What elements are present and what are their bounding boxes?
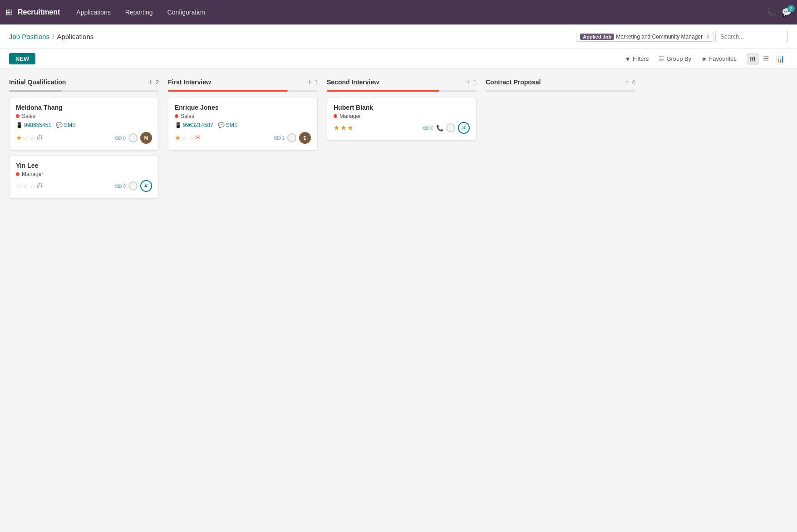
kanban-view-btn[interactable]: ⊞ <box>747 53 759 65</box>
clock-icon: ⏱ <box>36 134 43 142</box>
status-circle <box>128 181 138 190</box>
kanban-card-initial-qualification-0[interactable]: Meldona ThangSales📱998655451💬SMS★☆☆⏱🔗0M <box>9 97 159 151</box>
sub-header: Job Positions / Applications Applied Job… <box>0 24 797 49</box>
breadcrumb-current: Applications <box>57 33 93 40</box>
card-department: Sales <box>16 113 152 119</box>
star-empty: ☆ <box>23 182 29 190</box>
link-count[interactable]: 🔗0 <box>423 125 433 131</box>
progress-bar-contract-proposal <box>486 90 635 92</box>
nav-icons: 📞 💬 2 <box>766 7 792 17</box>
breadcrumb-parent[interactable]: Job Positions <box>9 33 49 40</box>
breadcrumb-sep: / <box>52 33 54 40</box>
nav-reporting[interactable]: Reporting <box>120 6 158 19</box>
column-add-initial-qualification[interactable]: + <box>148 78 153 86</box>
chat-badge: 2 <box>787 5 795 12</box>
kanban-card-second-interview-0[interactable]: Hubert BlankManager★★★🔗0📞JF <box>327 97 477 141</box>
column-add-second-interview[interactable]: + <box>466 78 471 86</box>
toolbar-actions: ▼ Filters ☰ Group By ★ Favourites <box>620 54 741 64</box>
brand-label: Recruitment <box>18 8 60 16</box>
view-icons: ⊞ ☰ 📊 <box>747 53 788 65</box>
card-footer: ★☆☆✉🔗1E <box>175 132 311 144</box>
card-stars[interactable]: ★☆☆✉ <box>175 134 201 142</box>
card-name: Hubert Blank <box>334 104 470 111</box>
filter-tag-close[interactable]: × <box>706 34 709 40</box>
star-filled: ★ <box>175 134 181 142</box>
phone-item[interactable]: 📱998655451 <box>16 122 51 128</box>
favourites-label: Favourites <box>709 55 737 62</box>
dept-name: Manager <box>22 171 43 177</box>
apps-icon[interactable]: ⊞ <box>5 7 12 17</box>
card-stars[interactable]: ★☆☆⏱ <box>16 134 43 142</box>
phone-nav-icon[interactable]: 📞 <box>766 7 776 17</box>
top-nav: ⊞ Recruitment Applications Reporting Con… <box>0 0 797 24</box>
filters-action[interactable]: ▼ Filters <box>620 54 653 64</box>
column-count-contract-proposal: 0 <box>632 79 635 86</box>
link-count[interactable]: 🔗1 <box>274 135 285 141</box>
kanban-card-first-interview-0[interactable]: Enrique JonesSales📱9963214587💬SMS★☆☆✉🔗1E <box>168 97 318 151</box>
link-count[interactable]: 🔗0 <box>115 183 126 189</box>
column-count-second-interview: 1 <box>473 79 477 86</box>
card-department: Sales <box>175 113 311 119</box>
dept-dot <box>16 114 20 118</box>
column-add-contract-proposal[interactable]: + <box>625 78 630 86</box>
list-view-btn[interactable]: ☰ <box>760 53 772 65</box>
sms-label: SMS <box>226 122 238 128</box>
kanban-column-first-interview: First Interview+1Enrique JonesSales📱9963… <box>168 78 318 155</box>
phone-icon: 📱 <box>16 122 23 128</box>
star-empty: ☆ <box>188 134 194 142</box>
kanban-column-initial-qualification: Initial Qualification+2Meldona ThangSale… <box>9 78 159 203</box>
kanban-card-initial-qualification-1[interactable]: Yin LeeManager☆☆☆⏱🔗0JF <box>9 155 159 199</box>
sms-item[interactable]: 💬SMS <box>56 122 76 128</box>
card-stars[interactable]: ☆☆☆⏱ <box>16 182 43 190</box>
filter-tag-label: Applied Job <box>580 34 614 40</box>
dept-dot <box>16 172 20 176</box>
status-circle <box>128 133 138 142</box>
column-count-first-interview: 1 <box>315 79 318 86</box>
link-count[interactable]: 🔗0 <box>115 135 126 141</box>
kanban-board: Initial Qualification+2Meldona ThangSale… <box>0 69 797 532</box>
sms-item[interactable]: 💬SMS <box>218 122 238 128</box>
email-icon[interactable]: ✉ <box>195 134 201 142</box>
nav-applications[interactable]: Applications <box>71 6 116 19</box>
chart-view-btn[interactable]: 📊 <box>773 53 788 65</box>
chat-nav-icon[interactable]: 💬 2 <box>782 7 792 17</box>
search-input[interactable] <box>715 31 788 42</box>
star-filled: ★ <box>334 124 339 132</box>
phone-red-icon[interactable]: 📞 <box>436 125 443 132</box>
card-footer: ★☆☆⏱🔗0M <box>16 132 152 144</box>
kanban-column-contract-proposal: Contract Proposal+0 <box>486 78 635 97</box>
star-empty: ☆ <box>30 182 35 190</box>
progress-bar-initial-qualification <box>9 90 159 92</box>
status-circle <box>446 123 455 132</box>
avatar: E <box>299 132 311 144</box>
progress-bar-first-interview <box>168 90 318 92</box>
dept-name: Sales <box>22 113 35 119</box>
card-stars[interactable]: ★★★ <box>334 124 353 132</box>
nav-configuration[interactable]: Configuration <box>162 6 211 19</box>
card-name: Meldona Thang <box>16 104 152 111</box>
column-title-second-interview: Second Interview <box>327 78 463 86</box>
filter-bar: Applied Job Marketing and Community Mana… <box>576 31 788 42</box>
phone-item[interactable]: 📱9963214587 <box>175 122 213 128</box>
star-icon: ★ <box>701 55 707 63</box>
star-filled: ★ <box>347 124 353 132</box>
new-button[interactable]: NEW <box>9 53 35 64</box>
sms-label: SMS <box>64 122 76 128</box>
star-empty: ☆ <box>16 182 22 190</box>
clock-icon: ⏱ <box>36 182 43 190</box>
dept-dot <box>175 114 178 118</box>
phone-number: 9963214587 <box>183 122 213 128</box>
link-icon: 🔗 <box>114 181 123 191</box>
dept-name: Sales <box>181 113 194 119</box>
column-add-first-interview[interactable]: + <box>307 78 312 86</box>
column-header-first-interview: First Interview+1 <box>168 78 318 86</box>
favourites-action[interactable]: ★ Favourites <box>697 54 741 64</box>
link-icon: 🔗 <box>114 133 123 143</box>
card-department: Manager <box>334 113 470 119</box>
star-filled: ★ <box>16 134 22 142</box>
card-contact: 📱998655451💬SMS <box>16 122 152 128</box>
dept-dot <box>334 114 337 118</box>
card-meta: 🔗0📞JF <box>423 122 470 134</box>
card-meta: 🔗0M <box>115 132 152 144</box>
groupby-action[interactable]: ☰ Group By <box>654 54 696 64</box>
